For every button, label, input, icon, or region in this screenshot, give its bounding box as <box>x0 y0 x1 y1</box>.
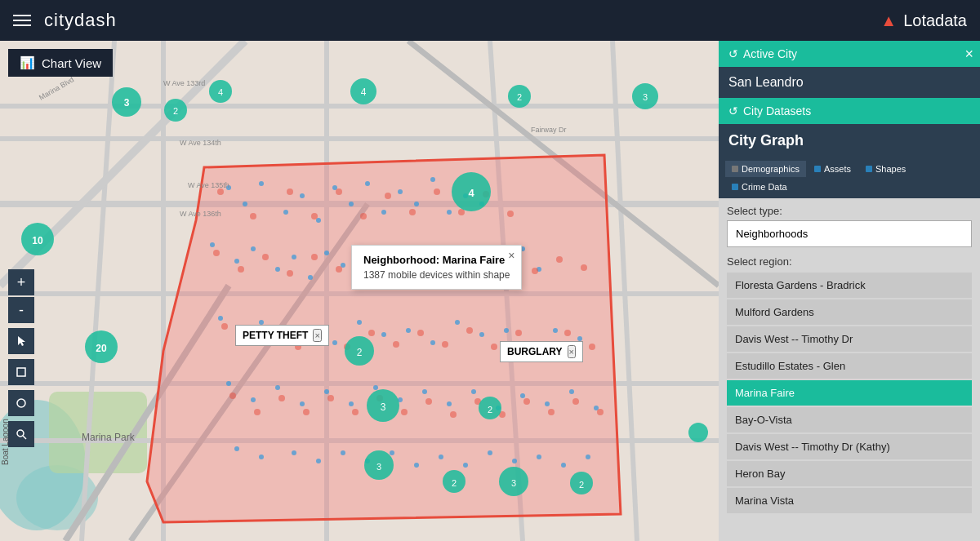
svg-point-116 <box>238 266 244 273</box>
svg-point-74 <box>275 385 280 390</box>
svg-point-68 <box>504 328 509 333</box>
zoom-controls: + - <box>8 269 34 447</box>
svg-text:10: 10 <box>32 235 43 246</box>
svg-point-147 <box>229 392 236 399</box>
header-left: citydash <box>13 10 117 31</box>
svg-text:3: 3 <box>643 92 648 102</box>
svg-point-159 <box>523 398 530 405</box>
tab-demographics[interactable]: Demographics <box>725 161 806 177</box>
map-tooltip: × Neighborhood: Marina Faire 1387 mobile… <box>351 245 522 290</box>
svg-point-128 <box>532 268 538 274</box>
svg-point-27 <box>349 202 354 206</box>
city-datasets-refresh-icon[interactable]: ↺ <box>728 104 738 118</box>
svg-point-61 <box>332 340 337 345</box>
svg-point-73 <box>251 397 256 402</box>
panel-close-button[interactable]: × <box>964 46 973 63</box>
svg-text:Marina Park: Marina Park <box>82 432 136 443</box>
svg-point-102 <box>586 455 590 459</box>
region-item-heron-bay[interactable]: Heron Bay <box>727 461 972 486</box>
svg-point-64 <box>406 328 411 333</box>
svg-point-106 <box>311 213 318 220</box>
svg-point-41 <box>308 275 313 280</box>
svg-point-66 <box>455 320 460 325</box>
svg-text:W Ave 134th: W Ave 134th <box>180 139 221 147</box>
lotadata-icon: ▲ <box>880 11 897 30</box>
svg-point-137 <box>368 330 375 336</box>
region-item-floresta-gardens[interactable]: Floresta Gardens - Bradrick <box>727 273 972 298</box>
svg-point-101 <box>561 463 566 468</box>
hamburger-menu[interactable] <box>13 15 31 26</box>
svg-point-40 <box>292 255 296 259</box>
svg-point-142 <box>491 344 497 350</box>
svg-text:2: 2 <box>173 106 178 116</box>
svg-point-154 <box>401 409 408 415</box>
region-item-mulford-gardens[interactable]: Mulford Gardens <box>727 299 972 325</box>
region-item-bay-o-vista[interactable]: Bay-O-Vista <box>727 407 972 432</box>
region-item-marina-vista[interactable]: Marina Vista <box>727 488 972 513</box>
svg-text:4: 4 <box>361 86 367 98</box>
svg-point-72 <box>226 381 231 386</box>
svg-point-33 <box>447 210 452 215</box>
svg-point-131 <box>221 323 228 330</box>
rectangle-tool-button[interactable] <box>8 359 34 385</box>
svg-point-146 <box>589 344 595 350</box>
circle-tool-button[interactable] <box>8 390 34 416</box>
select-type-dropdown[interactable]: Neighborhoods <box>727 220 972 247</box>
svg-point-22 <box>259 181 264 186</box>
svg-point-139 <box>417 330 424 336</box>
tab-shapes[interactable]: Shapes <box>859 161 912 177</box>
cursor-tool-button[interactable] <box>8 328 34 354</box>
svg-point-86 <box>569 389 574 394</box>
svg-point-29 <box>381 210 386 215</box>
svg-point-161 <box>572 398 579 405</box>
svg-point-155 <box>425 398 432 405</box>
svg-point-67 <box>479 332 484 337</box>
region-item-davis-west-timothy[interactable]: Davis West -- Timothy Dr <box>727 326 972 352</box>
tab-crime-data[interactable]: Crime Data <box>725 179 794 195</box>
city-datasets-header: ↺ City Datasets <box>719 98 980 124</box>
tab-assets[interactable]: Assets <box>808 161 858 177</box>
petty-theft-text: PETTY THEFT <box>243 330 308 341</box>
burglary-label: BURGLARY × <box>500 341 583 362</box>
svg-point-97 <box>463 463 468 468</box>
svg-text:4: 4 <box>468 187 474 199</box>
region-list: Floresta Gardens - Bradrick Mulford Gard… <box>727 273 972 534</box>
svg-point-141 <box>466 327 473 334</box>
svg-point-140 <box>442 341 448 348</box>
select-section: Select type: Neighborhoods Select region… <box>719 198 980 541</box>
region-item-davis-west-kathy[interactable]: Davis West -- Timothy Dr (Kathy) <box>727 434 972 459</box>
svg-point-82 <box>471 389 476 394</box>
active-city-refresh-icon[interactable]: ↺ <box>728 47 738 60</box>
zoom-out-button[interactable]: - <box>8 297 34 323</box>
svg-text:2: 2 <box>357 347 363 358</box>
svg-point-26 <box>332 185 337 190</box>
petty-theft-close-button[interactable]: × <box>313 329 321 342</box>
city-graph-title: City Graph <box>719 124 980 157</box>
svg-point-148 <box>254 409 261 415</box>
svg-point-81 <box>447 401 452 406</box>
active-city-header: ↺ Active City <box>719 41 980 67</box>
select-type-label: Select type: <box>727 205 972 217</box>
search-tool-button[interactable] <box>8 421 34 447</box>
svg-point-36 <box>210 242 215 247</box>
svg-point-109 <box>385 193 391 199</box>
svg-point-31 <box>414 202 419 206</box>
svg-text:Fairway Dr: Fairway Dr <box>531 126 567 134</box>
burglary-close-button[interactable]: × <box>568 345 576 358</box>
svg-point-206 <box>17 430 24 437</box>
map-area[interactable]: 3 2 4 4 4 3 2 10 20 <box>0 41 719 541</box>
svg-point-90 <box>292 450 296 455</box>
region-item-estudillo-estates[interactable]: Estudillo Estates - Glen <box>727 353 972 379</box>
svg-point-112 <box>458 209 465 215</box>
active-city-label: Active City <box>743 47 797 60</box>
svg-line-207 <box>23 436 26 439</box>
svg-point-95 <box>414 463 419 468</box>
chart-view-button[interactable]: 📊 Chart View <box>8 49 113 77</box>
zoom-in-button[interactable]: + <box>8 269 34 295</box>
tooltip-close-button[interactable]: × <box>508 249 514 262</box>
svg-point-65 <box>430 340 435 345</box>
svg-point-120 <box>336 266 342 273</box>
svg-text:3: 3 <box>376 462 381 472</box>
svg-point-30 <box>398 189 403 194</box>
region-item-marina-faire[interactable]: Marina Faire <box>727 380 972 406</box>
